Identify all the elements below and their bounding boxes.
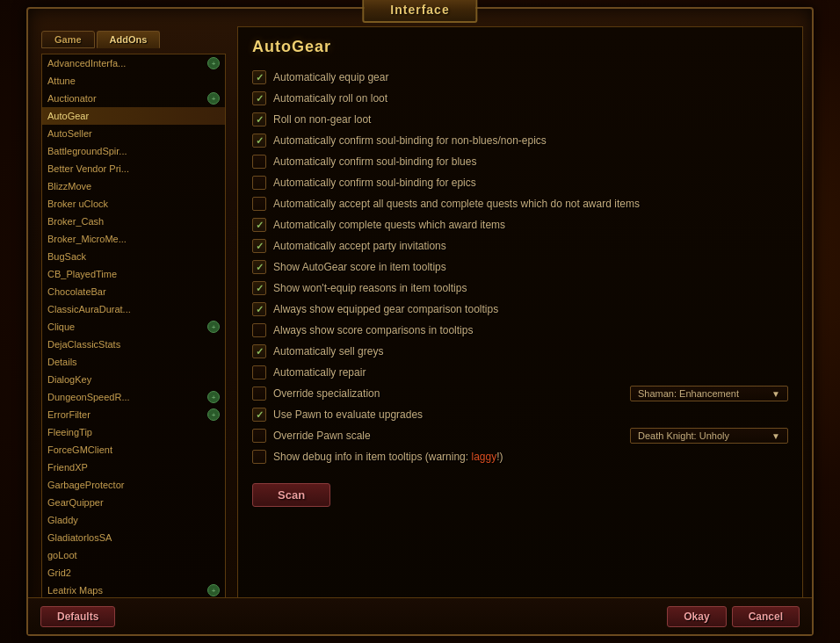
- checkbox-override_pawn_scale[interactable]: [252, 429, 266, 443]
- checkbox-auto_equip_gear[interactable]: [252, 70, 266, 84]
- addon-item-bugsack[interactable]: BugSack: [42, 248, 225, 265]
- dropdown-override_spec[interactable]: Shaman: Enhancement▼: [630, 386, 788, 401]
- addon-item-advancedinterfa[interactable]: AdvancedInterfa...+: [42, 54, 225, 72]
- option-label-auto_confirm_soulbind_epics: Automatically confirm soul-binding for e…: [273, 177, 476, 189]
- option-row-auto_sell_greys: Automatically sell greys: [252, 341, 788, 362]
- addon-item-leatrixmaps[interactable]: Leatrix Maps+: [42, 582, 225, 599]
- addon-item-dialogkey[interactable]: DialogKey: [42, 371, 225, 388]
- addon-name-dungeonspeedr: DungeonSpeedR...: [47, 392, 204, 402]
- addon-name-friendxp: FriendXP: [47, 462, 220, 473]
- checkbox-show_autogear_score[interactable]: [252, 260, 266, 274]
- checkbox-roll_nongear[interactable]: [252, 112, 266, 126]
- checkbox-always_show_equipped[interactable]: [252, 302, 266, 316]
- tab-addons[interactable]: AddOns: [97, 31, 161, 48]
- option-label-auto_sell_greys: Automatically sell greys: [273, 345, 383, 358]
- addon-item-errorfilter[interactable]: ErrorFilter+: [42, 406, 225, 423]
- addon-item-bettervendorpri[interactable]: Better Vendor Pri...: [42, 160, 225, 177]
- checkbox-auto_confirm_soulbind_blues[interactable]: [252, 155, 266, 169]
- addon-item-chocolatebar[interactable]: ChocolateBar: [42, 283, 225, 300]
- addon-item-dejaclassicstats[interactable]: DejaClassicStats: [42, 336, 225, 353]
- option-label-override_pawn_scale: Override Pawn scale: [273, 430, 371, 442]
- addon-list-container: AdvancedInterfa...+AttuneAuctionator+Aut…: [41, 54, 226, 621]
- addon-item-dungeonspeedr[interactable]: DungeonSpeedR...+: [42, 388, 225, 406]
- addon-item-autoseller[interactable]: AutoSeller: [42, 125, 225, 142]
- addon-item-brokeruclock[interactable]: Broker uClock: [42, 195, 225, 213]
- addon-item-gladiatorlossa[interactable]: GladiatorlosSA: [42, 529, 225, 546]
- addon-name-gearquipper: GearQuipper: [47, 497, 220, 508]
- checkbox-auto_complete_quests[interactable]: [252, 218, 266, 232]
- addon-item-garbageprotector[interactable]: GarbageProtector: [42, 476, 225, 494]
- option-label-show_autogear_score: Show AutoGear score in item tooltips: [273, 261, 446, 273]
- title-bar: Interface: [362, 0, 477, 23]
- checkbox-use_pawn[interactable]: [252, 408, 266, 422]
- addon-item-cbplayedtime[interactable]: CB_PlayedTime: [42, 265, 225, 283]
- addon-item-fleecingtip[interactable]: FleeingTip: [42, 423, 225, 441]
- tab-game[interactable]: Game: [41, 31, 95, 48]
- addon-item-forcegmclient[interactable]: ForceGMClient: [42, 441, 225, 459]
- addon-item-friendxp[interactable]: FriendXP: [42, 459, 225, 476]
- checkbox-auto_repair[interactable]: [252, 365, 266, 379]
- addon-item-details[interactable]: Details: [42, 353, 225, 371]
- checkbox-auto_accept_party[interactable]: [252, 239, 266, 253]
- option-row-show_autogear_score: Show AutoGear score in item tooltips: [252, 256, 788, 278]
- option-label-use_pawn: Use Pawn to evaluate upgrades: [273, 408, 423, 421]
- addon-name-advancedinterfa: AdvancedInterfa...: [47, 58, 204, 69]
- addon-name-leatrixmaps: Leatrix Maps: [47, 585, 204, 596]
- addon-item-gearquipper[interactable]: GearQuipper: [42, 494, 225, 511]
- checkbox-auto_accept_quests[interactable]: [252, 197, 266, 211]
- addon-name-goloot: goLoot: [47, 550, 220, 560]
- addon-name-classicauradurat: ClassicAuraDurat...: [47, 304, 220, 314]
- addon-name-blizzmove: BlizzMove: [47, 181, 220, 191]
- checkbox-auto_roll_loot[interactable]: [252, 91, 266, 105]
- addon-name-details: Details: [47, 357, 220, 367]
- addon-item-brokermicrome[interactable]: Broker_MicroMe...: [42, 230, 225, 248]
- option-label-auto_complete_quests: Automatically complete quests which awar…: [273, 219, 505, 231]
- option-row-auto_accept_party: Automatically accept party invitations: [252, 235, 788, 256]
- addon-name-autogear: AutoGear: [47, 111, 220, 121]
- checkbox-show_wontequip[interactable]: [252, 281, 266, 295]
- addon-item-attune[interactable]: Attune: [42, 72, 225, 90]
- window-title: Interface: [390, 3, 449, 17]
- addon-name-autoseller: AutoSeller: [47, 128, 220, 139]
- options-container: Automatically equip gearAutomatically ro…: [252, 67, 788, 467]
- dropdown-override_pawn_scale[interactable]: Death Knight: Unholy▼: [630, 428, 788, 444]
- option-row-override_pawn_scale: Override Pawn scaleDeath Knight: Unholy▼: [252, 425, 788, 446]
- addon-item-blizzmove[interactable]: BlizzMove: [42, 177, 225, 195]
- checkbox-show_debug[interactable]: [252, 450, 266, 464]
- checkbox-auto_confirm_soulbind_nonblue[interactable]: [252, 134, 266, 148]
- okay-button[interactable]: Okay: [667, 606, 726, 627]
- checkbox-auto_confirm_soulbind_epics[interactable]: [252, 176, 266, 190]
- checkbox-auto_sell_greys[interactable]: [252, 344, 266, 358]
- addon-item-grid2[interactable]: Grid2: [42, 564, 225, 582]
- scan-button[interactable]: Scan: [252, 483, 330, 507]
- addon-item-goloot[interactable]: goLoot: [42, 546, 225, 564]
- option-label-override_spec: Override specialization: [273, 387, 380, 400]
- defaults-button[interactable]: Defaults: [40, 606, 115, 627]
- option-label-show_debug: Show debug info in item tooltips (warnin…: [273, 451, 503, 463]
- cancel-button[interactable]: Cancel: [732, 606, 800, 627]
- addon-icon-advancedinterfa: +: [207, 57, 220, 69]
- addon-name-garbageprotector: GarbageProtector: [47, 480, 220, 490]
- addon-name-chocolatebar: ChocolateBar: [47, 286, 220, 297]
- addon-item-clique[interactable]: Clique+: [42, 318, 225, 336]
- checkbox-always_show_score[interactable]: [252, 323, 266, 337]
- addon-name-auctionator: Auctionator: [47, 93, 204, 104]
- option-label-auto_confirm_soulbind_nonblue: Automatically confirm soul-binding for n…: [273, 134, 547, 147]
- option-row-auto_accept_quests: Automatically accept all quests and comp…: [252, 193, 788, 214]
- option-row-roll_nongear: Roll on non-gear loot: [252, 109, 788, 130]
- addon-item-battlegroundspir[interactable]: BattlegroundSpir...: [42, 142, 225, 160]
- addon-item-gladdy[interactable]: Gladdy: [42, 511, 225, 529]
- addon-name-brokercash: Broker_Cash: [47, 216, 220, 227]
- dropdown-arrow-icon: ▼: [771, 431, 780, 441]
- addon-item-autogear[interactable]: AutoGear: [42, 107, 225, 125]
- dropdown-arrow-icon: ▼: [771, 389, 780, 399]
- addon-item-classicauradurat[interactable]: ClassicAuraDurat...: [42, 300, 225, 318]
- addon-name-attune: Attune: [47, 76, 220, 86]
- checkbox-override_spec[interactable]: [252, 387, 266, 401]
- addon-icon-clique: +: [207, 321, 220, 333]
- addon-name-battlegroundspir: BattlegroundSpir...: [47, 146, 220, 156]
- addon-item-auctionator[interactable]: Auctionator+: [42, 90, 225, 107]
- addon-name-fleecingtip: FleeingTip: [47, 427, 220, 437]
- addon-name-errorfilter: ErrorFilter: [47, 409, 204, 420]
- addon-item-brokercash[interactable]: Broker_Cash: [42, 213, 225, 230]
